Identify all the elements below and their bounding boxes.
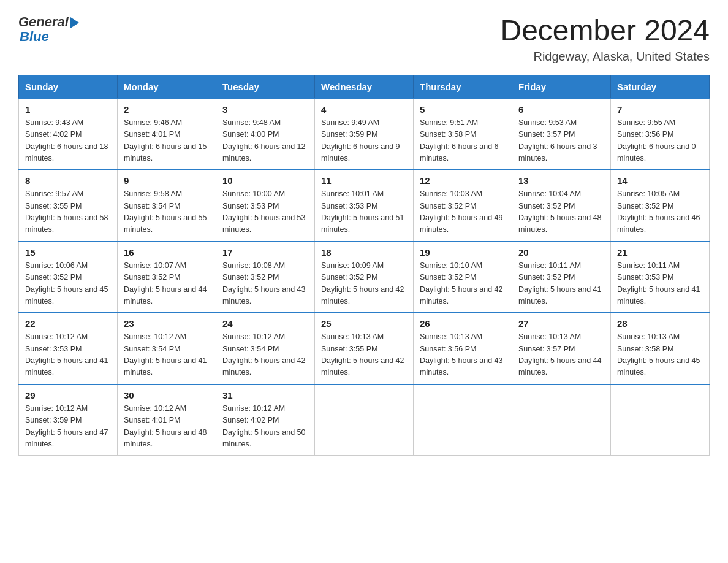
day-info: Sunrise: 10:12 AMSunset: 3:54 PMDaylight… bbox=[124, 332, 207, 377]
calendar-table: Sunday Monday Tuesday Wednesday Thursday… bbox=[18, 75, 710, 456]
day-number: 25 bbox=[321, 318, 407, 329]
col-monday: Monday bbox=[118, 75, 216, 99]
day-info: Sunrise: 10:13 AMSunset: 3:55 PMDaylight… bbox=[321, 332, 404, 377]
table-row: 21 Sunrise: 10:11 AMSunset: 3:53 PMDayli… bbox=[611, 242, 710, 313]
table-row: 4 Sunrise: 9:49 AMSunset: 3:59 PMDayligh… bbox=[315, 99, 414, 170]
day-info: Sunrise: 10:13 AMSunset: 3:57 PMDaylight… bbox=[518, 332, 602, 377]
header-row: Sunday Monday Tuesday Wednesday Thursday… bbox=[19, 75, 710, 99]
day-number: 19 bbox=[420, 247, 506, 258]
day-number: 28 bbox=[617, 318, 703, 329]
day-number: 14 bbox=[617, 175, 703, 186]
week-row-3: 15 Sunrise: 10:06 AMSunset: 3:52 PMDayli… bbox=[19, 242, 710, 313]
day-number: 3 bbox=[222, 104, 308, 115]
col-sunday: Sunday bbox=[19, 75, 118, 99]
table-row: 31 Sunrise: 10:12 AMSunset: 4:02 PMDayli… bbox=[216, 385, 315, 456]
day-info: Sunrise: 9:51 AMSunset: 3:58 PMDaylight:… bbox=[420, 118, 499, 163]
day-number: 22 bbox=[25, 318, 111, 329]
day-info: Sunrise: 9:49 AMSunset: 3:59 PMDaylight:… bbox=[321, 118, 400, 163]
day-number: 21 bbox=[617, 247, 703, 258]
day-number: 18 bbox=[321, 247, 407, 258]
table-row: 20 Sunrise: 10:11 AMSunset: 3:52 PMDayli… bbox=[512, 242, 611, 313]
day-info: Sunrise: 10:13 AMSunset: 3:58 PMDaylight… bbox=[617, 332, 700, 377]
day-info: Sunrise: 10:07 AMSunset: 3:52 PMDaylight… bbox=[124, 261, 207, 305]
table-row: 12 Sunrise: 10:03 AMSunset: 3:52 PMDayli… bbox=[414, 170, 512, 242]
day-info: Sunrise: 9:58 AMSunset: 3:54 PMDaylight:… bbox=[124, 190, 207, 234]
week-row-2: 8 Sunrise: 9:57 AMSunset: 3:55 PMDayligh… bbox=[19, 170, 710, 242]
day-number: 2 bbox=[124, 104, 210, 115]
day-info: Sunrise: 10:06 AMSunset: 3:52 PMDaylight… bbox=[25, 261, 108, 305]
day-info: Sunrise: 10:12 AMSunset: 4:02 PMDaylight… bbox=[222, 404, 306, 448]
table-row: 10 Sunrise: 10:00 AMSunset: 3:53 PMDayli… bbox=[216, 170, 315, 242]
day-info: Sunrise: 9:57 AMSunset: 3:55 PMDaylight:… bbox=[25, 190, 108, 234]
day-number: 20 bbox=[518, 247, 604, 258]
day-info: Sunrise: 9:55 AMSunset: 3:56 PMDaylight:… bbox=[617, 118, 696, 163]
col-saturday: Saturday bbox=[611, 75, 710, 99]
table-row: 24 Sunrise: 10:12 AMSunset: 3:54 PMDayli… bbox=[216, 313, 315, 385]
day-info: Sunrise: 10:04 AMSunset: 3:52 PMDaylight… bbox=[518, 190, 602, 234]
day-number: 5 bbox=[420, 104, 506, 115]
day-number: 9 bbox=[124, 175, 210, 186]
table-row: 9 Sunrise: 9:58 AMSunset: 3:54 PMDayligh… bbox=[118, 170, 216, 242]
day-number: 30 bbox=[124, 390, 210, 400]
table-row: 5 Sunrise: 9:51 AMSunset: 3:58 PMDayligh… bbox=[414, 99, 512, 170]
day-number: 7 bbox=[617, 104, 703, 115]
day-info: Sunrise: 10:00 AMSunset: 3:53 PMDaylight… bbox=[222, 190, 306, 234]
table-row: 14 Sunrise: 10:05 AMSunset: 3:52 PMDayli… bbox=[611, 170, 710, 242]
table-row: 15 Sunrise: 10:06 AMSunset: 3:52 PMDayli… bbox=[19, 242, 118, 313]
week-row-4: 22 Sunrise: 10:12 AMSunset: 3:53 PMDayli… bbox=[19, 313, 710, 385]
day-info: Sunrise: 10:11 AMSunset: 3:52 PMDaylight… bbox=[518, 261, 602, 305]
table-row bbox=[315, 385, 414, 456]
day-info: Sunrise: 9:53 AMSunset: 3:57 PMDaylight:… bbox=[518, 118, 597, 163]
table-row: 11 Sunrise: 10:01 AMSunset: 3:53 PMDayli… bbox=[315, 170, 414, 242]
day-info: Sunrise: 9:43 AMSunset: 4:02 PMDaylight:… bbox=[25, 118, 108, 163]
day-number: 1 bbox=[25, 104, 111, 115]
page-subtitle: Ridgeway, Alaska, United States bbox=[500, 50, 710, 64]
day-number: 26 bbox=[420, 318, 506, 329]
day-info: Sunrise: 10:11 AMSunset: 3:53 PMDaylight… bbox=[617, 261, 700, 305]
day-info: Sunrise: 10:12 AMSunset: 3:53 PMDaylight… bbox=[25, 332, 108, 377]
table-row: 25 Sunrise: 10:13 AMSunset: 3:55 PMDayli… bbox=[315, 313, 414, 385]
table-row: 7 Sunrise: 9:55 AMSunset: 3:56 PMDayligh… bbox=[611, 99, 710, 170]
table-row: 19 Sunrise: 10:10 AMSunset: 3:52 PMDayli… bbox=[414, 242, 512, 313]
col-tuesday: Tuesday bbox=[216, 75, 315, 99]
table-row: 29 Sunrise: 10:12 AMSunset: 3:59 PMDayli… bbox=[19, 385, 118, 456]
table-row: 17 Sunrise: 10:08 AMSunset: 3:52 PMDayli… bbox=[216, 242, 315, 313]
table-row: 27 Sunrise: 10:13 AMSunset: 3:57 PMDayli… bbox=[512, 313, 611, 385]
day-number: 8 bbox=[25, 175, 111, 186]
page-title: December 2024 bbox=[500, 15, 710, 47]
day-info: Sunrise: 10:03 AMSunset: 3:52 PMDaylight… bbox=[420, 190, 503, 234]
table-row: 18 Sunrise: 10:09 AMSunset: 3:52 PMDayli… bbox=[315, 242, 414, 313]
day-number: 11 bbox=[321, 175, 407, 186]
table-row: 2 Sunrise: 9:46 AMSunset: 4:01 PMDayligh… bbox=[118, 99, 216, 170]
day-number: 16 bbox=[124, 247, 210, 258]
day-number: 27 bbox=[518, 318, 604, 329]
table-row: 30 Sunrise: 10:12 AMSunset: 4:01 PMDayli… bbox=[118, 385, 216, 456]
table-row bbox=[512, 385, 611, 456]
day-number: 23 bbox=[124, 318, 210, 329]
day-info: Sunrise: 10:12 AMSunset: 3:54 PMDaylight… bbox=[222, 332, 306, 377]
day-number: 31 bbox=[222, 390, 308, 400]
table-row: 8 Sunrise: 9:57 AMSunset: 3:55 PMDayligh… bbox=[19, 170, 118, 242]
logo-arrow-icon bbox=[70, 17, 79, 28]
day-info: Sunrise: 10:08 AMSunset: 3:52 PMDaylight… bbox=[222, 261, 306, 305]
day-info: Sunrise: 10:05 AMSunset: 3:52 PMDaylight… bbox=[617, 190, 700, 234]
day-number: 15 bbox=[25, 247, 111, 258]
table-row: 22 Sunrise: 10:12 AMSunset: 3:53 PMDayli… bbox=[19, 313, 118, 385]
day-number: 10 bbox=[222, 175, 308, 186]
day-info: Sunrise: 9:46 AMSunset: 4:01 PMDaylight:… bbox=[124, 118, 207, 163]
table-row: 3 Sunrise: 9:48 AMSunset: 4:00 PMDayligh… bbox=[216, 99, 315, 170]
table-row: 1 Sunrise: 9:43 AMSunset: 4:02 PMDayligh… bbox=[19, 99, 118, 170]
day-number: 12 bbox=[420, 175, 506, 186]
logo: General Blue bbox=[18, 15, 79, 44]
table-row: 16 Sunrise: 10:07 AMSunset: 3:52 PMDayli… bbox=[118, 242, 216, 313]
title-area: December 2024 Ridgeway, Alaska, United S… bbox=[500, 15, 710, 64]
header: General Blue December 2024 Ridgeway, Ala… bbox=[18, 15, 710, 64]
col-thursday: Thursday bbox=[414, 75, 512, 99]
table-row bbox=[611, 385, 710, 456]
logo-text-general: General bbox=[18, 15, 69, 29]
day-number: 13 bbox=[518, 175, 604, 186]
table-row: 6 Sunrise: 9:53 AMSunset: 3:57 PMDayligh… bbox=[512, 99, 611, 170]
table-row: 26 Sunrise: 10:13 AMSunset: 3:56 PMDayli… bbox=[414, 313, 512, 385]
col-friday: Friday bbox=[512, 75, 611, 99]
col-wednesday: Wednesday bbox=[315, 75, 414, 99]
